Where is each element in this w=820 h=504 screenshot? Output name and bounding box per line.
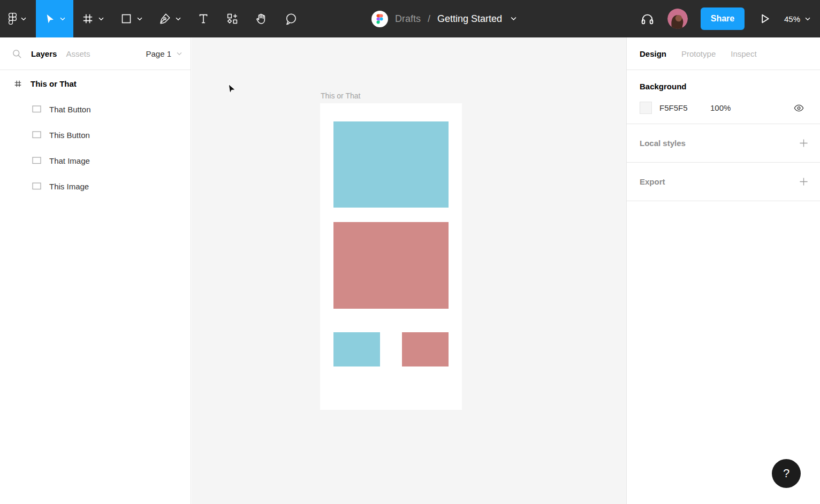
rectangle-layer-icon <box>32 157 41 164</box>
toolbar-right-controls: Share 45% <box>640 0 820 37</box>
rectangle-layer-icon <box>32 182 41 190</box>
breadcrumb-file-name[interactable]: Getting Started <box>437 13 502 25</box>
layer-name: That Button <box>49 105 91 114</box>
canvas-rect-that-image[interactable] <box>333 121 449 208</box>
chevron-down-icon[interactable] <box>511 17 517 21</box>
export-heading: Export <box>640 177 665 186</box>
layer-tree: This or That That Button This Button Tha… <box>0 70 191 199</box>
present-play-icon[interactable] <box>757 12 771 26</box>
color-swatch[interactable] <box>640 102 652 114</box>
chevron-down-icon <box>21 17 26 21</box>
rectangle-layer-icon <box>32 105 41 113</box>
background-opacity-field[interactable]: 100% <box>710 103 731 112</box>
layer-name: This or That <box>31 79 77 88</box>
local-styles-heading: Local styles <box>640 139 686 148</box>
layer-row[interactable]: This Button <box>0 122 191 148</box>
tab-assets[interactable]: Assets <box>66 49 90 58</box>
chevron-down-icon <box>98 17 104 21</box>
layer-row-frame[interactable]: This or That <box>0 71 191 96</box>
zoom-level-control[interactable]: 45% <box>784 14 810 24</box>
figma-badge-icon <box>371 11 388 27</box>
background-section: Background F5F5F5 100% <box>627 70 820 124</box>
main-menu-button[interactable] <box>0 0 36 37</box>
comment-tool-icon <box>284 12 298 26</box>
properties-tabs: Design Prototype Inspect <box>627 37 820 70</box>
share-button[interactable]: Share <box>701 7 745 30</box>
layer-name: That Image <box>49 156 90 165</box>
search-icon[interactable] <box>12 49 22 59</box>
visibility-eye-icon[interactable] <box>794 104 804 112</box>
layer-row[interactable]: That Image <box>0 148 191 173</box>
user-avatar[interactable] <box>667 9 688 29</box>
rectangle-tool-icon <box>120 12 133 25</box>
resources-tool-button[interactable] <box>218 0 247 37</box>
move-tool-button[interactable] <box>36 0 73 37</box>
layer-row[interactable]: This Image <box>0 173 191 199</box>
chevron-down-icon <box>176 17 181 21</box>
canvas-rect-that-button[interactable] <box>333 332 380 366</box>
page-selector-label: Page 1 <box>146 49 171 58</box>
tab-design[interactable]: Design <box>640 49 666 58</box>
headphones-icon[interactable] <box>640 12 655 26</box>
export-section: Export <box>627 163 820 201</box>
background-color-row: F5F5F5 100% <box>640 102 807 114</box>
layer-row[interactable]: That Button <box>0 96 191 122</box>
canvas-frame-this-or-that[interactable] <box>320 103 462 410</box>
add-export-plus-icon[interactable] <box>799 177 808 186</box>
help-button[interactable]: ? <box>772 459 801 488</box>
pen-tool-icon <box>158 12 171 25</box>
file-titlebar: Drafts / Getting Started <box>371 0 517 37</box>
canvas-rect-this-image[interactable] <box>333 222 449 309</box>
properties-panel: Design Prototype Inspect Background F5F5… <box>626 37 820 504</box>
resources-tool-icon <box>226 12 239 25</box>
layers-panel-header: Layers Assets Page 1 <box>0 37 191 70</box>
chevron-down-icon <box>60 17 65 21</box>
tab-prototype[interactable]: Prototype <box>681 49 716 58</box>
text-tool-button[interactable] <box>189 0 218 37</box>
background-hex-field[interactable]: F5F5F5 <box>659 103 710 112</box>
divider <box>627 201 820 201</box>
mouse-cursor-icon <box>227 83 238 95</box>
local-styles-section: Local styles <box>627 124 820 162</box>
breadcrumb-project[interactable]: Drafts <box>395 13 421 25</box>
figma-menu-icon <box>9 13 17 25</box>
chevron-down-icon <box>805 17 810 21</box>
move-tool-icon <box>44 13 56 25</box>
page-selector[interactable]: Page 1 <box>146 49 182 58</box>
canvas[interactable]: This or That <box>192 37 626 504</box>
comment-tool-button[interactable] <box>276 0 306 37</box>
frame-icon <box>13 79 22 88</box>
chevron-down-icon <box>177 52 182 56</box>
text-tool-icon <box>197 12 210 25</box>
background-heading: Background <box>640 82 807 91</box>
rectangle-layer-icon <box>32 131 41 139</box>
breadcrumb-separator: / <box>428 13 430 25</box>
frame-tool-button[interactable] <box>73 0 112 37</box>
chevron-down-icon <box>137 17 142 21</box>
frame-tool-icon <box>81 12 94 25</box>
zoom-level-value: 45% <box>784 14 800 24</box>
canvas-frame-label[interactable]: This or That <box>321 91 360 100</box>
tab-layers[interactable]: Layers <box>31 49 57 58</box>
shape-tool-button[interactable] <box>112 0 150 37</box>
layer-name: This Button <box>49 131 90 140</box>
top-toolbar: Drafts / Getting Started Share <box>0 0 820 37</box>
canvas-rect-this-button[interactable] <box>402 332 449 366</box>
hand-tool-button[interactable] <box>247 0 276 37</box>
layers-panel: Layers Assets Page 1 This or That That B… <box>0 37 191 504</box>
tab-inspect[interactable]: Inspect <box>731 49 756 58</box>
layer-name: This Image <box>49 182 89 191</box>
hand-tool-icon <box>255 12 268 26</box>
pen-tool-button[interactable] <box>150 0 189 37</box>
add-style-plus-icon[interactable] <box>799 139 808 148</box>
